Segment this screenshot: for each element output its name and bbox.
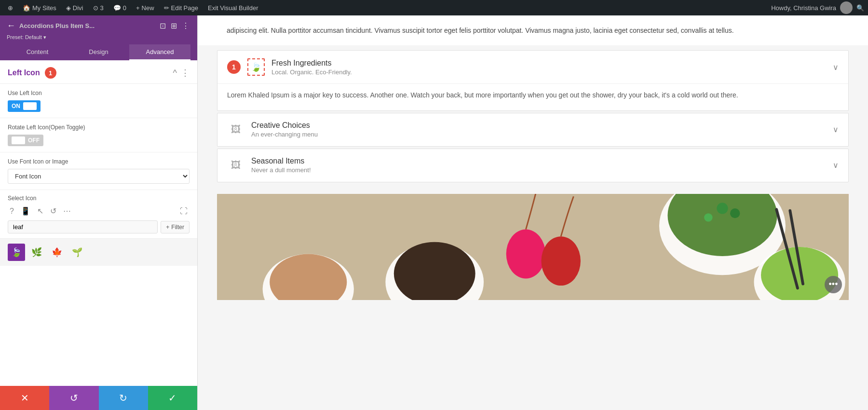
- svg-point-15: [730, 208, 740, 218]
- svg-point-13: [717, 203, 728, 214]
- comment-icon: 💬: [113, 4, 121, 12]
- more-options-overlay[interactable]: •••: [825, 276, 842, 293]
- reset-button[interactable]: ↺: [49, 386, 98, 410]
- use-left-icon-label: Use Left Icon: [8, 90, 190, 96]
- edit-page-label: Edit Page: [171, 4, 198, 12]
- admin-bar: ⊕ 🏠 My Sites ◈ Divi ⊙ 3 💬 0 + New ✏ Edit…: [0, 0, 868, 15]
- icon-search-row: + Filter: [8, 220, 190, 233]
- panel-body: Left Icon 1 ^ ⋮ Use Left Icon ON Rotate …: [0, 60, 197, 386]
- tab-content[interactable]: Content: [7, 44, 68, 60]
- accordion-title-1: Fresh Ingredients: [271, 59, 826, 68]
- accordion-header-3[interactable]: 🖼 Seasonal Items Never a dull moment! ∨: [217, 149, 848, 182]
- cancel-icon: ✕: [21, 392, 29, 404]
- icon-cell-maple-leaf[interactable]: 🍁: [48, 244, 66, 261]
- collapse-icon[interactable]: ^: [173, 68, 177, 78]
- accordion-text-2: Creative Choices An ever-changing menu: [251, 121, 826, 138]
- panel-title: Accordions Plus Item S...: [19, 22, 95, 29]
- more-icon-button[interactable]: ⋯: [61, 205, 73, 217]
- accordion-body-text-1: Lorem Khaled Ipsum is a major key to suc…: [227, 90, 839, 100]
- toggle-thumb-on: [23, 102, 37, 110]
- window-icon-button[interactable]: ⊡: [159, 20, 167, 31]
- font-icon-or-image-field: Use Font Icon or Image Font Icon Image: [0, 152, 197, 190]
- avatar: [840, 1, 853, 14]
- icon-cell-leaf-solid[interactable]: 🍃: [8, 244, 25, 261]
- mobile-icon-button[interactable]: 📱: [19, 205, 32, 217]
- preset-row: Preset: Default ▾: [7, 34, 190, 44]
- accordion-arrow-2: ∨: [833, 125, 839, 134]
- image-placeholder-icon-2: 🖼: [231, 124, 241, 135]
- svg-point-7: [506, 229, 546, 278]
- wp-home-link[interactable]: ⊕: [4, 0, 17, 15]
- accordion-title-2: Creative Choices: [251, 121, 826, 130]
- grid-icon-button[interactable]: ⊞: [170, 20, 178, 31]
- redo-button[interactable]: ↻: [99, 386, 148, 410]
- divi-link[interactable]: ◈ Divi: [62, 0, 87, 15]
- panel-title-row: ← Accordions Plus Item S... ⊡ ⊞ ⋮: [7, 20, 190, 34]
- divi-label: Divi: [73, 4, 83, 12]
- more-options-button[interactable]: ⋮: [181, 20, 190, 31]
- filter-label: Filter: [171, 224, 184, 231]
- tab-design[interactable]: Design: [68, 44, 129, 60]
- tab-advanced[interactable]: Advanced: [129, 44, 190, 60]
- filter-plus-icon: +: [166, 224, 169, 231]
- counter-value: 3: [100, 4, 104, 12]
- section-header-right: ^ ⋮: [173, 68, 190, 78]
- select-icon-label: Select Icon: [8, 195, 190, 202]
- plus-icon: +: [136, 4, 140, 12]
- preset-chevron: ▾: [43, 34, 46, 40]
- accordion-header-2[interactable]: 🖼 Creative Choices An ever-changing menu…: [217, 113, 848, 146]
- accordion-text-3: Seasonal Items Never a dull moment!: [251, 157, 826, 174]
- icon-cell-leaf-outline[interactable]: 🌿: [28, 244, 45, 261]
- rotate-left-icon-field: Rotate Left Icon(Open Toggle) OFF: [0, 118, 197, 152]
- use-left-icon-toggle[interactable]: ON: [8, 100, 41, 112]
- accordion-subtitle-1: Local. Organic. Eco-Friendly.: [271, 68, 826, 76]
- divi-icon: ◈: [66, 4, 71, 12]
- panel-title-icons: ⊡ ⊞ ⋮: [159, 20, 190, 31]
- icon-grid: 🍃 🌿 🍁 🌱: [0, 238, 197, 266]
- toggle-on-label: ON: [12, 103, 20, 109]
- my-sites-link[interactable]: 🏠 My Sites: [19, 0, 60, 15]
- new-link[interactable]: + New: [132, 0, 158, 15]
- section-title: Left Icon: [8, 68, 40, 77]
- accordion-icon-plain-3: 🖼: [227, 157, 244, 174]
- filter-button[interactable]: + Filter: [161, 221, 190, 233]
- icon-toolbar: ? 📱 ↖ ↺ ⋯ ⛶: [8, 205, 190, 217]
- exit-builder-link[interactable]: Exit Visual Builder: [204, 0, 262, 15]
- counter-link[interactable]: ⊙ 3: [89, 0, 108, 15]
- section-more-icon[interactable]: ⋮: [181, 68, 190, 78]
- accordion-body-1: Lorem Khaled Ipsum is a major key to suc…: [217, 83, 848, 110]
- my-sites-label: My Sites: [32, 4, 56, 12]
- comments-link[interactable]: 💬 0: [109, 0, 130, 15]
- accordion-item-1: 1 🍃 Fresh Ingredients Local. Organic. Ec…: [217, 50, 849, 110]
- accordion-container: 1 🍃 Fresh Ingredients Local. Organic. Ec…: [198, 45, 868, 189]
- cursor-icon-button[interactable]: ↖: [35, 205, 45, 217]
- cancel-button[interactable]: ✕: [0, 386, 49, 410]
- expand-icon-button[interactable]: ⛶: [178, 206, 190, 217]
- accordion-badge-1: 1: [227, 60, 241, 74]
- home-icon: 🏠: [23, 4, 30, 12]
- accordion-title-3: Seasonal Items: [251, 157, 826, 165]
- search-icon[interactable]: 🔍: [856, 4, 864, 12]
- accordion-icon-dashed-1: 🍃: [247, 58, 265, 76]
- leaf-icon: 🍃: [251, 62, 261, 72]
- image-placeholder-icon-3: 🖼: [231, 160, 241, 171]
- save-button[interactable]: ✓: [148, 386, 197, 410]
- section-header: Left Icon 1 ^ ⋮: [0, 60, 197, 84]
- accordion-header-1[interactable]: 1 🍃 Fresh Ingredients Local. Organic. Ec…: [217, 51, 848, 83]
- edit-page-link[interactable]: ✏ Edit Page: [160, 0, 202, 15]
- redo-icon: ↻: [119, 392, 127, 404]
- rotate-icon-button[interactable]: ↺: [48, 205, 58, 217]
- toggle-off-label: OFF: [28, 137, 40, 144]
- rotate-left-icon-toggle[interactable]: OFF: [8, 135, 43, 146]
- icon-search-input[interactable]: [8, 220, 158, 233]
- accordion-item-3: 🖼 Seasonal Items Never a dull moment! ∨: [217, 149, 849, 182]
- font-icon-or-image-select[interactable]: Font Icon Image: [8, 169, 190, 184]
- icon-cell-plant[interactable]: 🌱: [68, 244, 86, 261]
- back-button[interactable]: ←: [7, 21, 15, 31]
- preset-label: Preset: Default: [7, 34, 42, 40]
- help-icon-button[interactable]: ?: [8, 206, 16, 217]
- use-left-icon-field: Use Left Icon ON: [0, 84, 197, 118]
- howdy-text: Howdy, Christina Gwira: [771, 4, 836, 12]
- save-icon: ✓: [168, 392, 176, 404]
- food-image-svg: [217, 194, 849, 300]
